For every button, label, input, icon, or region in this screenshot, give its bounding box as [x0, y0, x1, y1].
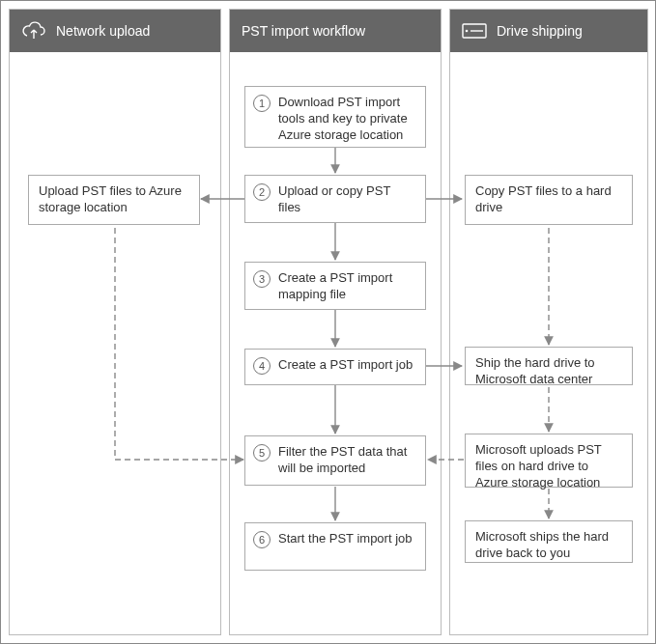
box-text: Upload PST files to Azure storage locati… — [39, 183, 182, 214]
hard-drive-icon — [462, 23, 487, 39]
lane-header-drive: Drive shipping — [450, 10, 647, 52]
drive-ship-box: Ship the hard drive to Microsoft data ce… — [465, 347, 633, 385]
box-text: Ship the hard drive to Microsoft data ce… — [475, 355, 595, 386]
box-text: Microsoft ships the hard drive back to y… — [475, 529, 609, 560]
step-number: 4 — [253, 357, 271, 375]
box-text: Microsoft uploads PST files on hard driv… — [475, 442, 602, 490]
svg-point-1 — [466, 30, 469, 33]
drive-copy-box: Copy PST files to a hard drive — [465, 175, 633, 225]
step-number: 5 — [253, 444, 271, 462]
cloud-upload-icon — [21, 21, 46, 41]
step-text: Create a PST import mapping file — [278, 270, 392, 301]
box-text: Copy PST files to a hard drive — [475, 183, 612, 214]
step-text: Create a PST import job — [278, 357, 413, 372]
lane-header-workflow: PST import workflow — [230, 10, 441, 52]
step-3: 3 Create a PST import mapping file — [244, 262, 426, 310]
step-2: 2 Upload or copy PST files — [244, 175, 426, 223]
diagram-canvas: Network upload PST import workflow Drive… — [0, 0, 656, 644]
drive-upload-box: Microsoft uploads PST files on hard driv… — [465, 434, 633, 488]
step-text: Filter the PST data that will be importe… — [278, 444, 407, 475]
drive-return-box: Microsoft ships the hard drive back to y… — [465, 520, 633, 563]
lane-title: PST import workflow — [242, 23, 365, 39]
lane-title: Network upload — [56, 23, 150, 39]
step-4: 4 Create a PST import job — [244, 349, 426, 385]
lane-header-network: Network upload — [10, 10, 220, 52]
step-1: 1 Download PST import tools and key to p… — [244, 86, 426, 148]
step-number: 2 — [253, 183, 271, 201]
step-text: Start the PST import job — [278, 531, 413, 546]
step-6: 6 Start the PST import job — [244, 522, 426, 571]
step-number: 1 — [253, 95, 271, 112]
step-number: 6 — [253, 531, 271, 548]
step-number: 3 — [253, 270, 271, 288]
step-5: 5 Filter the PST data that will be impor… — [244, 435, 426, 486]
lane-title: Drive shipping — [497, 23, 583, 39]
step-text: Download PST import tools and key to pri… — [278, 95, 408, 142]
step-text: Upload or copy PST files — [278, 183, 390, 214]
lane-network-upload: Network upload — [9, 9, 221, 635]
network-upload-box: Upload PST files to Azure storage locati… — [28, 175, 200, 225]
